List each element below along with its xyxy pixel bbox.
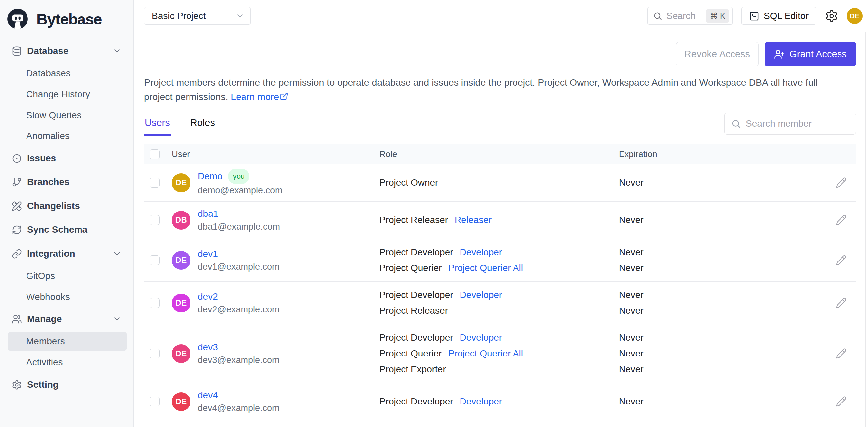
- expiration-value: Never: [619, 303, 826, 319]
- expiration-value: Never: [619, 212, 826, 228]
- sidebar-item-setting[interactable]: Setting: [8, 373, 127, 397]
- expiration-value: Never: [619, 244, 826, 260]
- role-link[interactable]: Developer: [460, 244, 502, 260]
- member-name-link[interactable]: dev3: [198, 340, 218, 354]
- sidebar-item-database[interactable]: Database: [8, 39, 127, 63]
- role-name: Project Releaser: [379, 212, 448, 228]
- role-name: Project Developer: [379, 244, 453, 260]
- sidebar-item-webhooks[interactable]: Webhooks: [8, 286, 127, 307]
- pencil-icon: [836, 255, 847, 266]
- sidebar-item-manage[interactable]: Manage: [8, 307, 127, 331]
- role-name: Project Querier: [379, 260, 442, 276]
- select-all-checkbox[interactable]: [150, 149, 160, 159]
- sidebar-item-change-history[interactable]: Change History: [8, 84, 127, 105]
- row-checkbox[interactable]: [150, 178, 160, 188]
- role-name: Project Exporter: [379, 361, 446, 377]
- pencil-icon: [836, 215, 847, 226]
- revoke-access-button[interactable]: Revoke Access: [676, 42, 759, 66]
- main-area: Basic Project Search ⌘ K SQL Editor DE R…: [133, 0, 868, 427]
- role-name: Project Querier: [379, 346, 442, 361]
- role-link[interactable]: Developer: [460, 330, 502, 346]
- sidebar-item-integration[interactable]: Integration: [8, 242, 127, 265]
- expiration-value: Never: [619, 346, 826, 361]
- brand-logo[interactable]: Bytebase: [0, 6, 127, 32]
- sync-icon: [11, 225, 22, 235]
- role-link[interactable]: Releaser: [455, 212, 492, 228]
- member-name-link[interactable]: dev1: [198, 247, 218, 261]
- user-avatar[interactable]: DE: [847, 8, 863, 24]
- project-select[interactable]: Basic Project: [144, 7, 251, 25]
- row-checkbox[interactable]: [150, 215, 160, 225]
- sidebar-item-issues[interactable]: Issues: [8, 146, 127, 170]
- edit-member-button[interactable]: [836, 215, 847, 226]
- sidebar: Bytebase DatabaseDatabasesChange History…: [0, 0, 133, 427]
- member-email: dev4@example.com: [198, 402, 280, 415]
- member-name-link[interactable]: dev4: [198, 389, 218, 402]
- learn-more-link[interactable]: Learn more: [230, 91, 288, 102]
- member-email: demo@example.com: [198, 184, 283, 197]
- tab-users[interactable]: Users: [144, 118, 170, 136]
- topbar-right: Search ⌘ K SQL Editor DE: [647, 7, 863, 25]
- member-search-input[interactable]: Search member: [724, 112, 856, 135]
- gear-icon: [825, 9, 838, 23]
- sidebar-item-anomalies[interactable]: Anomalies: [8, 126, 127, 146]
- learn-more-label: Learn more: [230, 91, 279, 102]
- member-email: dev1@example.com: [198, 261, 280, 273]
- sidebar-item-activities[interactable]: Activities: [8, 352, 127, 373]
- chevron-down-icon: [235, 11, 245, 21]
- project-select-value: Basic Project: [152, 10, 235, 21]
- sidebar-item-changelists[interactable]: Changelists: [8, 194, 127, 218]
- gear-icon: [11, 380, 22, 390]
- sidebar-item-branches[interactable]: Branches: [8, 170, 127, 194]
- settings-gear-button[interactable]: [825, 9, 838, 23]
- sql-editor-button[interactable]: SQL Editor: [741, 7, 816, 25]
- grant-access-button[interactable]: Grant Access: [765, 42, 856, 66]
- user-plus-icon: [774, 49, 784, 60]
- row-checkbox[interactable]: [150, 298, 160, 308]
- member-name-link[interactable]: dev2: [198, 290, 218, 303]
- tab-roles[interactable]: Roles: [190, 118, 216, 136]
- global-search-input[interactable]: Search ⌘ K: [647, 7, 733, 25]
- expiration-value: Never: [619, 287, 826, 303]
- member-name-link[interactable]: Demo: [198, 170, 223, 183]
- role-link[interactable]: Project Querier All: [448, 346, 523, 361]
- sidebar-item-label: Manage: [27, 314, 107, 324]
- edit-member-button[interactable]: [836, 255, 847, 266]
- pencil-icon: [836, 297, 847, 308]
- sidebar-item-label: Database: [27, 46, 107, 56]
- scrollbar-track[interactable]: [865, 32, 866, 427]
- table-row-dba1: DBdba1dba1@example.comProject ReleaserRe…: [144, 202, 856, 239]
- member-email: dev2@example.com: [198, 303, 280, 316]
- avatar: DE: [172, 173, 190, 192]
- sidebar-item-members[interactable]: Members: [8, 332, 127, 351]
- sidebar-item-label: Members: [26, 336, 127, 347]
- row-checkbox[interactable]: [150, 349, 160, 359]
- sidebar-item-gitops[interactable]: GitOps: [8, 265, 127, 286]
- edit-member-button[interactable]: [836, 348, 847, 359]
- sidebar-item-sync-schema[interactable]: Sync Schema: [8, 218, 127, 242]
- sidebar-item-label: Branches: [27, 177, 127, 187]
- role-link[interactable]: Project Querier All: [448, 260, 523, 276]
- brand-name: Bytebase: [36, 10, 102, 28]
- global-search-placeholder: Search: [666, 10, 702, 21]
- sidebar-item-label: Databases: [26, 68, 127, 79]
- role-link[interactable]: Developer: [460, 394, 502, 409]
- sidebar-item-slow-queries[interactable]: Slow Queries: [8, 105, 127, 126]
- expiration-value: Never: [619, 260, 826, 276]
- edit-member-button[interactable]: [836, 177, 847, 188]
- chevron-down-icon: [112, 315, 122, 324]
- sidebar-item-label: Integration: [27, 248, 107, 259]
- row-checkbox[interactable]: [150, 255, 160, 265]
- sidebar-item-databases[interactable]: Databases: [8, 63, 127, 84]
- row-checkbox[interactable]: [150, 397, 160, 406]
- member-email: dev3@example.com: [198, 354, 280, 366]
- edit-member-button[interactable]: [836, 396, 847, 407]
- issues-icon: [11, 153, 22, 164]
- member-name-link[interactable]: dba1: [198, 207, 218, 221]
- bytebase-logo-icon: [7, 8, 29, 30]
- edit-member-button[interactable]: [836, 297, 847, 308]
- role-link[interactable]: Developer: [460, 287, 502, 303]
- sidebar-item-label: Slow Queries: [26, 110, 127, 121]
- avatar: DB: [172, 211, 190, 230]
- tabs-row: UsersRoles Search member: [144, 112, 856, 136]
